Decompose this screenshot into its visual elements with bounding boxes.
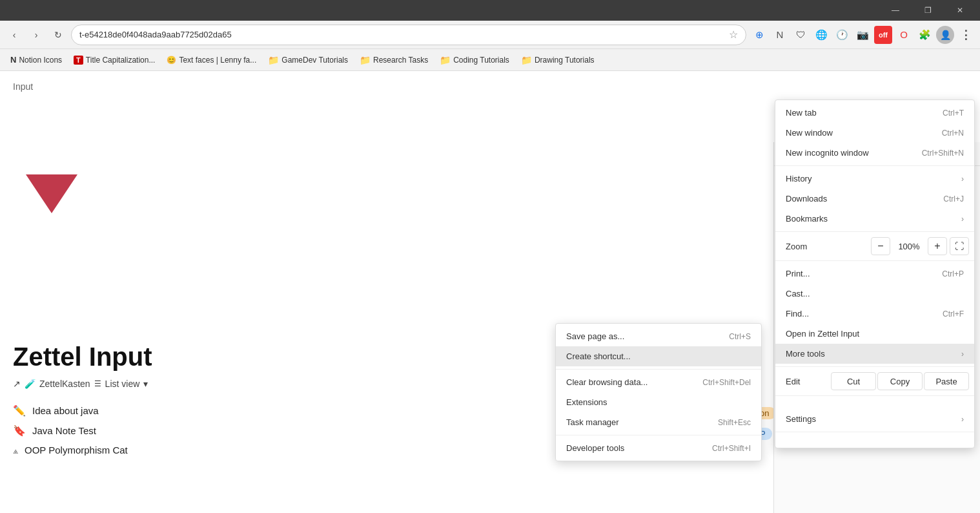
create-shortcut-label: Create shortcut... — [566, 351, 631, 361]
menu-history[interactable]: History › — [775, 169, 974, 189]
list-item[interactable]: ✏️ Idea about java — [13, 404, 128, 417]
context-clear-browsing[interactable]: Clear browsing data... Ctrl+Shift+Del — [556, 372, 761, 392]
cut-button[interactable]: Cut — [831, 372, 876, 390]
browser-chrome: ‹ › ↻ t-e54218de0f4048ada9aab7725d02da65… — [0, 21, 980, 49]
item-icon: 🔖 — [13, 424, 26, 437]
bookmark-label: Drawing Tutorials — [535, 56, 595, 65]
title-cap-icon: T — [74, 56, 83, 65]
menu-new-incognito[interactable]: New incognito window Ctrl+Shift+N — [775, 143, 974, 163]
shield-icon[interactable]: 🛡 — [791, 26, 810, 44]
chevron-down-icon: ▾ — [143, 379, 148, 389]
minimize-button[interactable]: — — [881, 0, 910, 21]
folder-icon: 📁 — [521, 55, 532, 65]
zoom-plus-button[interactable]: + — [928, 237, 947, 255]
edit-row: Edit Cut Copy Paste — [775, 370, 974, 393]
star-icon[interactable]: ☆ — [729, 28, 738, 41]
menu-new-window[interactable]: New window Ctrl+N — [775, 123, 974, 143]
list-item-label: Java Note Test — [32, 425, 96, 436]
bookmark-text-faces[interactable]: 😊 Text faces | Lenny fa... — [161, 54, 261, 66]
menu-new-tab[interactable]: New tab Ctrl+T — [775, 103, 974, 123]
close-button[interactable]: ✕ — [945, 0, 975, 21]
forward-button[interactable]: › — [27, 26, 45, 44]
url-text: t-e54218de0f4048ada9aab7725d02da65 — [79, 30, 729, 39]
bookmark-drawing[interactable]: 📁 Drawing Tutorials — [516, 54, 600, 67]
breadcrumb-arrow-icon: ↗ — [13, 379, 21, 389]
list-item[interactable]: 🔖 Java Note Test — [13, 424, 128, 437]
chrome-menu: New tab Ctrl+T New window Ctrl+N New inc… — [775, 99, 975, 448]
triangle-shape — [26, 174, 77, 213]
breadcrumb-view: List view — [105, 379, 140, 389]
page-title: Zettel Input — [13, 342, 152, 372]
list-item[interactable]: ⟁ OOP Polymorphism Cat — [13, 445, 128, 455]
bookmark-label: Notion Icons — [19, 56, 62, 65]
bookmarks-arrow: › — [961, 215, 964, 224]
save-page-shortcut: Ctrl+S — [729, 332, 751, 341]
menu-settings[interactable] — [775, 399, 974, 409]
menu-print[interactable]: Print... Ctrl+P — [775, 264, 974, 284]
bookmarks-label: Bookmarks — [786, 214, 828, 224]
find-shortcut: Ctrl+F — [943, 309, 964, 319]
downloads-label: Downloads — [786, 194, 827, 204]
context-create-shortcut[interactable]: Create shortcut... — [556, 346, 761, 366]
bookmark-research[interactable]: 📁 Research Tasks — [354, 54, 433, 67]
bookmark-label: Text faces | Lenny fa... — [179, 56, 256, 65]
zoom-expand-button[interactable]: ⛶ — [950, 237, 969, 255]
input-label: Input — [13, 81, 33, 92]
extensions-icon[interactable]: ⊕ — [750, 26, 768, 44]
menu-help[interactable]: Settings › — [775, 409, 974, 429]
notion-bookmark-icon: N — [10, 55, 16, 65]
menu-downloads[interactable]: Downloads Ctrl+J — [775, 189, 974, 209]
menu-exit[interactable] — [775, 435, 974, 445]
new-incognito-shortcut: Ctrl+Shift+N — [922, 149, 964, 158]
zoom-row: Zoom − 100% + ⛶ — [775, 235, 974, 258]
history-label: History — [786, 174, 812, 183]
notion-icon[interactable]: N — [771, 26, 789, 44]
context-developer-tools[interactable]: Developer tools Ctrl+Shift+I — [556, 438, 761, 458]
reload-button[interactable]: ↻ — [49, 26, 67, 44]
menu-cast[interactable]: Cast... — [775, 284, 974, 304]
bookmark-gamedev[interactable]: 📁 GameDev Tutorials — [263, 54, 353, 67]
zoom-label: Zoom — [781, 242, 868, 251]
toggle-icon[interactable]: off — [874, 26, 892, 44]
breadcrumb: ↗ 🧪 ZettelKasten ☰ List view ▾ — [13, 379, 148, 389]
maximize-button[interactable]: ❐ — [913, 0, 943, 21]
folder-icon: 📁 — [360, 55, 371, 65]
chrome-divider-2 — [775, 231, 974, 232]
chrome-divider-1 — [775, 165, 974, 166]
menu-button[interactable]: ⋮ — [957, 26, 975, 44]
paste-button[interactable]: Paste — [924, 372, 969, 390]
copy-button[interactable]: Copy — [877, 372, 923, 390]
breadcrumb-name: ZettelKasten — [39, 379, 90, 389]
menu-more-tools[interactable]: More tools › — [775, 344, 974, 364]
zoom-minus-button[interactable]: − — [871, 237, 890, 255]
chrome-divider-5 — [775, 395, 974, 396]
cast-label: Cast... — [786, 289, 810, 298]
bookmark-coding[interactable]: 📁 Coding Tutorials — [434, 54, 515, 67]
toolbar-icons: ⊕ N 🛡 🌐 🕐 📷 off O 🧩 👤 ⋮ — [750, 26, 975, 44]
avatar[interactable]: 👤 — [936, 26, 954, 44]
zettelkasten-icon: 🧪 — [25, 379, 36, 389]
context-task-manager[interactable]: Task manager Shift+Esc — [556, 412, 761, 432]
bookmark-title-cap[interactable]: T Title Capitalization... — [68, 54, 160, 66]
new-window-shortcut: Ctrl+N — [942, 129, 964, 138]
camera-icon[interactable]: 📷 — [853, 26, 872, 44]
bookmark-label: GameDev Tutorials — [281, 56, 348, 65]
extensions-label: Extensions — [566, 397, 607, 407]
menu-bookmarks[interactable]: Bookmarks › — [775, 209, 974, 229]
item-icon: ⟁ — [13, 445, 18, 455]
menu-find[interactable]: Find... Ctrl+F — [775, 304, 974, 324]
bookmark-notion-icons[interactable]: N Notion Icons — [5, 54, 67, 66]
menu-open-zettel[interactable]: Open in Zettel Input — [775, 324, 974, 344]
opera-icon[interactable]: O — [895, 26, 913, 44]
puzzle-icon[interactable]: 🧩 — [915, 26, 934, 44]
browser-icon[interactable]: 🌐 — [812, 26, 830, 44]
context-divider-2 — [556, 435, 761, 435]
address-bar[interactable]: t-e54218de0f4048ada9aab7725d02da65 ☆ — [71, 25, 746, 45]
context-extensions[interactable]: Extensions — [556, 392, 761, 412]
context-save-page[interactable]: Save page as... Ctrl+S — [556, 326, 761, 346]
context-menu: Save page as... Ctrl+S Create shortcut..… — [555, 323, 762, 461]
clock-icon[interactable]: 🕐 — [833, 26, 851, 44]
context-divider-1 — [556, 369, 761, 370]
title-bar: — ❐ ✕ — [0, 0, 980, 21]
back-button[interactable]: ‹ — [5, 26, 23, 44]
